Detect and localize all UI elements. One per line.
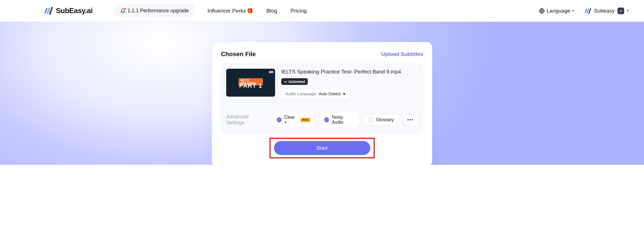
thumb-title: PART 1 xyxy=(239,82,262,89)
logo-text: SubEasy.ai xyxy=(56,6,93,15)
audio-language-selector[interactable]: Audio Language Auto Detect ▶ xyxy=(281,88,350,99)
infinity-icon: ∞ xyxy=(284,79,287,84)
start-highlight: Start xyxy=(269,138,375,158)
file-meta: IELTS Speaking Practice Test- Perfect Ba… xyxy=(281,69,401,99)
check-icon: ✓ xyxy=(277,117,282,122)
logo-icon xyxy=(45,7,53,15)
unlimited-badge: ∞ Unlimited xyxy=(281,78,308,85)
upload-card: Chosen File Upload Subtitles IELTS SPEAK… xyxy=(212,42,432,165)
header: SubEasy.ai 1.1.1 Performance upgrade Inf… xyxy=(0,0,644,22)
flag-icon xyxy=(269,70,273,74)
gift-icon: 🎁 xyxy=(247,8,253,14)
caret-right-icon: ▶ xyxy=(344,92,346,95)
account-name: Subeasy xyxy=(594,8,615,14)
logo[interactable]: SubEasy.ai xyxy=(45,6,93,15)
globe-icon xyxy=(539,8,545,14)
announcement-text: 1.1.1 Performance upgrade xyxy=(128,8,189,14)
caret-down-icon: ▾ xyxy=(573,9,574,13)
chip-clear-plus[interactable]: ✓ Clear + PRO xyxy=(272,112,315,128)
unlimited-label: Unlimited xyxy=(288,80,305,84)
chip-glossary[interactable]: Glossary xyxy=(364,114,399,125)
nav: 1.1.1 Performance upgrade Influencer Per… xyxy=(115,5,307,17)
more-options-button[interactable]: ••• xyxy=(403,114,418,125)
caret-down-icon: ▾ xyxy=(627,9,629,13)
advanced-settings-label: Advanced Settings xyxy=(226,114,266,126)
chip-noisy-audio[interactable]: ✓ Noisy Audio xyxy=(319,112,359,128)
nav-influencer-label: Influencer Perks xyxy=(207,8,246,14)
logo-icon xyxy=(585,8,591,14)
bell-icon xyxy=(120,8,125,13)
nav-influencer[interactable]: Influencer Perks 🎁 xyxy=(207,8,253,14)
file-row: IELTS SPEAKING PART 1 IELTS Speaking Pra… xyxy=(226,69,418,99)
nav-pricing[interactable]: Pricing xyxy=(290,8,307,14)
start-wrap: Start xyxy=(221,138,423,158)
check-icon: ✓ xyxy=(324,117,329,122)
chip-label: Noisy Audio xyxy=(332,115,354,125)
upload-subtitles-link[interactable]: Upload Subtitles xyxy=(381,51,423,57)
card-header: Chosen File Upload Subtitles xyxy=(221,51,423,58)
advanced-settings-row: Advanced Settings ✓ Clear + PRO ✓ Noisy … xyxy=(226,112,418,128)
file-thumbnail: IELTS SPEAKING PART 1 xyxy=(226,69,275,97)
chip-label: Glossary xyxy=(376,117,394,122)
pro-badge: PRO xyxy=(300,118,310,122)
file-box: IELTS SPEAKING PART 1 IELTS Speaking Pra… xyxy=(221,63,423,133)
check-icon xyxy=(368,117,373,122)
language-label: Language xyxy=(547,8,571,14)
infinity-icon: ∞ xyxy=(617,8,624,14)
chip-label: Clear + xyxy=(284,115,298,125)
account-menu[interactable]: Subeasy ∞ ▾ xyxy=(582,6,633,16)
header-right: Language ▾ Subeasy ∞ ▾ xyxy=(539,6,633,16)
divider xyxy=(226,105,418,106)
card-title: Chosen File xyxy=(221,51,256,58)
audio-lang-label: Audio Language xyxy=(285,91,316,96)
audio-lang-value: Auto Detect xyxy=(319,91,340,96)
hero: Chosen File Upload Subtitles IELTS SPEAK… xyxy=(0,22,644,165)
announcement-pill[interactable]: 1.1.1 Performance upgrade xyxy=(115,5,194,17)
nav-blog[interactable]: Blog xyxy=(266,8,277,14)
file-name: IELTS Speaking Practice Test- Perfect Ba… xyxy=(281,69,401,75)
start-button[interactable]: Start xyxy=(274,141,370,155)
language-selector[interactable]: Language ▾ xyxy=(539,8,574,14)
